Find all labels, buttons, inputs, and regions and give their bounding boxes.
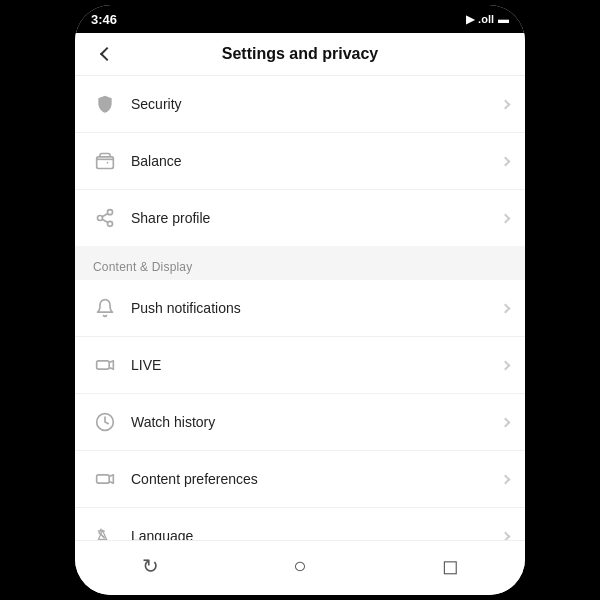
nav-refresh-button[interactable] — [130, 551, 170, 581]
language-label: Language — [131, 528, 498, 540]
menu-item-content-preferences[interactable]: Content preferences — [75, 451, 525, 508]
page-title: Settings and privacy — [222, 45, 379, 63]
menu-item-balance[interactable]: Balance — [75, 133, 525, 190]
svg-line-4 — [102, 219, 108, 222]
content-display-section: Push notifications LIVE — [75, 280, 525, 540]
chevron-icon — [501, 99, 511, 109]
nav-recent-button[interactable] — [430, 551, 470, 581]
live-icon — [91, 351, 119, 379]
share-icon — [91, 204, 119, 232]
watch-history-label: Watch history — [131, 414, 498, 430]
svg-point-1 — [108, 210, 113, 215]
clock-icon — [91, 408, 119, 436]
video-icon — [91, 465, 119, 493]
chevron-icon — [501, 531, 511, 540]
menu-item-watch-history[interactable]: Watch history — [75, 394, 525, 451]
push-notifications-label: Push notifications — [131, 300, 498, 316]
wallet-icon — [91, 147, 119, 175]
chevron-icon — [501, 213, 511, 223]
security-label: Security — [131, 96, 498, 112]
chevron-icon — [501, 417, 511, 427]
back-arrow-icon — [100, 47, 114, 61]
svg-line-5 — [102, 213, 108, 216]
menu-item-share-profile[interactable]: Share profile — [75, 190, 525, 246]
menu-item-live[interactable]: LIVE — [75, 337, 525, 394]
live-label: LIVE — [131, 357, 498, 373]
shield-icon — [91, 90, 119, 118]
svg-rect-6 — [97, 361, 110, 369]
scroll-area: Security Balance — [75, 76, 525, 540]
content-display-section-label: Content & Display — [75, 250, 525, 280]
svg-point-3 — [108, 221, 113, 226]
chevron-icon — [501, 474, 511, 484]
share-profile-label: Share profile — [131, 210, 498, 226]
nav-home-button[interactable] — [280, 551, 320, 581]
svg-rect-8 — [97, 475, 110, 483]
phone-frame: 3:46 ▶ .oll ▬ Settings and privacy Secur… — [75, 5, 525, 595]
content-preferences-label: Content preferences — [131, 471, 498, 487]
refresh-icon — [142, 554, 159, 578]
back-button[interactable] — [89, 38, 121, 70]
bell-icon — [91, 294, 119, 322]
chevron-icon — [501, 156, 511, 166]
recent-icon — [442, 554, 459, 578]
nav-bar — [75, 540, 525, 595]
status-bar: 3:46 ▶ .oll ▬ — [75, 5, 525, 33]
menu-item-language[interactable]: Language — [75, 508, 525, 540]
menu-item-push-notifications[interactable]: Push notifications — [75, 280, 525, 337]
account-section: Security Balance — [75, 76, 525, 246]
status-icons: ▶ .oll ▬ — [466, 13, 509, 26]
chevron-icon — [501, 360, 511, 370]
svg-point-2 — [98, 216, 103, 221]
signal-icon: .oll — [478, 13, 494, 25]
media-icon: ▶ — [466, 13, 474, 26]
balance-label: Balance — [131, 153, 498, 169]
header: Settings and privacy — [75, 33, 525, 76]
language-icon — [91, 522, 119, 540]
battery-icon: ▬ — [498, 13, 509, 25]
status-time: 3:46 — [91, 12, 117, 27]
chevron-icon — [501, 303, 511, 313]
home-icon — [293, 553, 306, 579]
menu-item-security[interactable]: Security — [75, 76, 525, 133]
